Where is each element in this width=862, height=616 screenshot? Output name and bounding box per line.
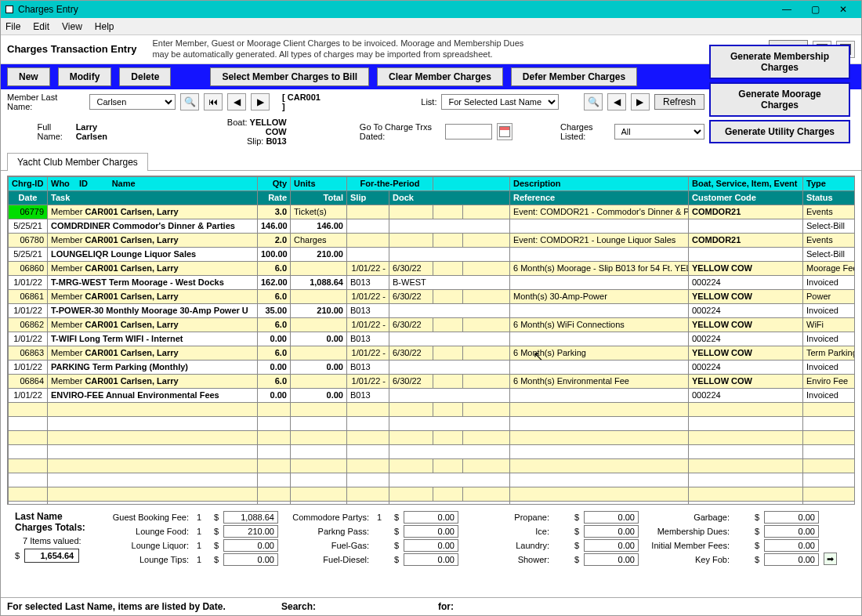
refresh-button[interactable]: Refresh (654, 94, 704, 110)
table-row[interactable]: 1/01/22T-MRG-WEST Term Moorage - West Do… (9, 275, 856, 289)
delete-button[interactable]: Delete (119, 67, 171, 86)
list-prev-icon[interactable]: ◀ (607, 93, 626, 111)
table-row[interactable]: 06861Member CAR001 Carlsen, Larry6.01/01… (9, 289, 856, 303)
menu-edit[interactable]: Edit (33, 21, 49, 32)
total-value: 0.00 (584, 539, 639, 552)
totals-header: Last Name Charges Totals: (15, 511, 103, 533)
table-row[interactable]: 1/01/22PARKING Term Parking (Monthly)0.0… (9, 360, 856, 374)
menu-help[interactable]: Help (95, 21, 114, 32)
nav-next-icon[interactable]: ▶ (251, 93, 270, 111)
col-slip[interactable]: Slip (347, 190, 389, 205)
new-button[interactable]: New (7, 67, 50, 86)
total-label: Garbage: (643, 513, 730, 522)
table-row[interactable]: 1/01/22ENVIRO-FEE Annual Environmental F… (9, 388, 856, 402)
listed-select[interactable]: All (614, 124, 705, 140)
col-dock[interactable]: Dock (389, 190, 510, 205)
col-rate[interactable]: Rate (258, 190, 291, 205)
list-select[interactable]: For Selected Last Name (441, 94, 559, 110)
total-value: 0.00 (584, 553, 639, 566)
total-count: 1 (194, 513, 205, 522)
col-ref[interactable]: Reference (510, 190, 689, 205)
table-row[interactable]: 06779Member CAR001 Carlsen, Larry3.0Tick… (9, 205, 856, 219)
total-label: Parkng Pass: (283, 527, 369, 536)
generate-membership-button[interactable]: Generate Membership Charges (709, 45, 850, 79)
totals-panel: Last Name Charges Totals: 7 Items valued… (7, 505, 855, 569)
next-page-icon[interactable]: ➡ (824, 554, 847, 564)
col-chrgid[interactable]: Chrg-ID (9, 176, 48, 190)
total-value: 1,088.64 (223, 511, 278, 524)
col-date[interactable]: Date (9, 190, 48, 205)
generate-utility-button[interactable]: Generate Utility Charges (709, 120, 850, 143)
table-row[interactable]: 06863Member CAR001 Carlsen, Larry6.01/01… (9, 346, 856, 360)
total-value: 0.00 (223, 539, 278, 552)
table-row[interactable]: 1/01/22T-WIFI Long Term WIFI - Internet0… (9, 332, 856, 346)
total-label: Lounge Food: (103, 527, 189, 536)
col-qty[interactable]: Qty (258, 176, 291, 190)
modify-button[interactable]: Modify (58, 67, 112, 86)
col-total[interactable]: Total (291, 190, 347, 205)
status-for: for: (438, 601, 855, 612)
minimize-button[interactable]: — (773, 2, 800, 17)
goto-date-input[interactable] (445, 124, 492, 140)
tab-strip: Yacht Club Member Charges (1, 152, 861, 171)
col-units[interactable]: Units (291, 176, 347, 190)
page-title: Charges Transaction Entry (7, 43, 136, 55)
lastname-select[interactable]: Carlsen (89, 94, 176, 110)
status-left: For selected Last Name, items are listed… (7, 601, 281, 612)
table-row[interactable] (9, 458, 856, 473)
total-value: 0.00 (404, 525, 458, 538)
total-label: Lounge Liquor: (103, 541, 189, 550)
list-next-icon[interactable]: ▶ (631, 93, 650, 111)
totals-grand: 1,654.64 (24, 549, 79, 563)
table-row[interactable] (9, 473, 856, 487)
table-row[interactable]: 06862Member CAR001 Carlsen, Larry6.01/01… (9, 317, 856, 332)
maximize-button[interactable]: ▢ (802, 2, 828, 17)
col-who[interactable]: Who ID Name (48, 176, 258, 190)
table-row[interactable]: 1/01/22T-POWER-30 Monthly Moorage 30-Amp… (9, 303, 856, 317)
app-icon (5, 5, 13, 13)
table-row[interactable] (9, 402, 856, 416)
clear-charges-button[interactable]: Clear Member Charges (377, 67, 503, 86)
generate-moorage-button[interactable]: Generate Moorage Charges (709, 82, 850, 117)
total-count: 1 (194, 541, 205, 550)
goto-label: Go To Charge Trxs Dated: (360, 122, 441, 141)
search-icon[interactable]: 🔍 (180, 93, 199, 111)
select-bill-button[interactable]: Select Member Charges to Bill (210, 67, 369, 86)
total-label: Lounge Tips: (103, 555, 189, 564)
col-task[interactable]: Task (48, 190, 258, 205)
lastname-label: Member Last Name: (7, 92, 85, 111)
charges-grid[interactable]: Chrg-ID Who ID Name Qty Units For-the-Pe… (7, 176, 855, 505)
col-period[interactable]: For-the-Period (347, 176, 433, 190)
total-label: Laundry: (463, 541, 549, 550)
table-row[interactable]: 06780Member CAR001 Carlsen, Larry2.0Char… (9, 233, 856, 247)
total-value: 0.00 (764, 539, 819, 552)
table-row[interactable] (9, 444, 856, 458)
defer-charges-button[interactable]: Defer Member Charges (511, 67, 637, 86)
table-row[interactable] (9, 416, 856, 430)
calendar-icon[interactable] (497, 123, 512, 140)
table-row[interactable] (9, 487, 856, 501)
menu-view[interactable]: View (62, 21, 82, 32)
boat-value: YELLOW COW (250, 118, 287, 136)
tab-member-charges[interactable]: Yacht Club Member Charges (7, 153, 148, 171)
col-desc[interactable]: Description (510, 176, 689, 190)
col-type[interactable]: Type (803, 176, 856, 190)
list-search-icon[interactable]: 🔍 (584, 93, 603, 111)
table-row[interactable]: 06860Member CAR001 Carlsen, Larry6.01/01… (9, 261, 856, 275)
total-value: 210.00 (223, 525, 278, 538)
nav-first-icon[interactable]: ⏮ (204, 93, 223, 111)
col-cust[interactable]: Customer Code (689, 190, 803, 205)
total-value: 0.00 (764, 511, 819, 524)
table-row[interactable]: 5/25/21LOUNGELIQR Lounge Liquor Sales100… (9, 247, 856, 261)
close-button[interactable]: ✕ (830, 2, 857, 17)
col-boat[interactable]: Boat, Service, Item, Event (689, 176, 803, 190)
total-label: Propane: (463, 513, 549, 522)
total-label: Ice: (463, 527, 549, 536)
table-row[interactable] (9, 430, 856, 444)
table-row[interactable]: 06864Member CAR001 Carlsen, Larry6.01/01… (9, 374, 856, 388)
boat-label: Boat: (227, 118, 248, 127)
nav-prev-icon[interactable]: ◀ (227, 93, 246, 111)
menu-file[interactable]: File (5, 21, 20, 32)
col-status[interactable]: Status (803, 190, 856, 205)
table-row[interactable]: 5/25/21COMDRDINER Commodor's Dinner & Pa… (9, 219, 856, 233)
